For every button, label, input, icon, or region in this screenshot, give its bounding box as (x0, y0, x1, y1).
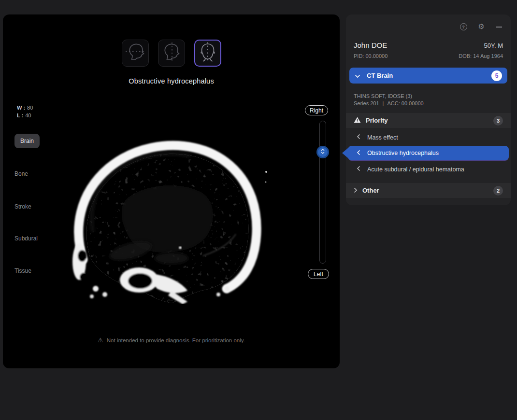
preset-stroke[interactable]: Stroke (14, 203, 31, 210)
other-section-label: Other (362, 187, 379, 194)
finding-item-mass-effect[interactable]: Mass effect (346, 130, 511, 144)
up-down-chevrons-icon (319, 148, 326, 157)
window-level-readout: W :80 L :40 (17, 104, 33, 119)
coronal-view-button[interactable] (194, 40, 221, 67)
other-count-badge: 2 (493, 186, 503, 196)
priority-section-header[interactable]: Priority 3 (346, 113, 511, 128)
orientation-marker-left: Left (308, 269, 329, 279)
axial-view-button[interactable] (122, 40, 149, 67)
slice-slider-track[interactable] (319, 121, 326, 264)
finding-item-obstructive-hydrocephalus[interactable]: Obstructive hydrocephalus (348, 146, 509, 160)
finding-title: Obstructive hydrocephalus (3, 77, 340, 85)
minimize-icon[interactable] (496, 27, 502, 28)
disclaimer-text: Not intended to provide diagnosis. For p… (107, 337, 245, 343)
chevron-left-icon (357, 150, 360, 157)
sagittal-head-icon (160, 41, 183, 65)
ct-brain-image[interactable] (58, 135, 280, 304)
preset-tissue[interactable]: Tissue (14, 267, 31, 274)
study-label: CT Brain (367, 72, 393, 79)
orientation-marker-right: Right (305, 105, 328, 115)
chevron-down-icon (355, 71, 360, 80)
sagittal-view-button[interactable] (158, 40, 185, 67)
series-description: THINS SOFT, IDOSE (3) (354, 93, 424, 100)
series-accession: ACC: 00.00000 (387, 100, 423, 106)
warning-outline-icon: ⚠ (98, 337, 103, 343)
app-window: Obstructive hydrocephalus W :80 L :40 Br… (0, 0, 517, 420)
disclaimer-bar: ⚠ Not intended to provide diagnosis. For… (3, 337, 340, 343)
level-label: L : (17, 112, 23, 118)
orientation-toolbar (3, 40, 340, 67)
slice-slider-handle[interactable] (316, 146, 329, 158)
patient-age-sex: 50Y. M (484, 42, 503, 49)
selected-finding-notch (342, 148, 348, 158)
settings-gear-icon[interactable]: ⚙ (478, 23, 485, 30)
patient-pid: PID: 00.00000 (354, 53, 388, 59)
preset-bone[interactable]: Bone (14, 170, 28, 177)
patient-meta: PID: 00.00000 DOB: 14 Aug 1964 (354, 53, 503, 59)
finding-item-acute-subdural-epidural-hematoma[interactable]: Acute subdural / epidural hematoma (346, 162, 511, 176)
priority-count-badge: 3 (493, 116, 503, 126)
panel-toolbar: ? ⚙ (460, 23, 502, 30)
priority-warning-icon (354, 116, 361, 125)
help-icon[interactable]: ? (460, 23, 467, 30)
coronal-head-icon (197, 41, 219, 65)
preset-subdural[interactable]: Subdural (14, 235, 38, 242)
study-header-ct-brain[interactable]: CT Brain 5 (349, 68, 507, 84)
priority-section-label: Priority (366, 117, 388, 124)
finding-label: Acute subdural / epidural hematoma (367, 166, 464, 173)
preset-brain[interactable]: Brain (14, 134, 40, 148)
patient-header: John DOE 50Y. M (354, 41, 503, 49)
patient-dob: DOB: 14 Aug 1964 (459, 53, 503, 59)
study-count-badge: 5 (491, 70, 502, 81)
chevron-left-icon (357, 166, 360, 173)
series-info: THINS SOFT, IDOSE (3) Series 201|ACC: 00… (354, 93, 424, 107)
series-number: Series 201 (354, 100, 379, 106)
finding-label: Mass effect (367, 134, 398, 141)
series-separator: | (383, 100, 384, 106)
window-value: 80 (27, 105, 33, 111)
finding-label: Obstructive hydrocephalus (367, 150, 439, 156)
other-section-header[interactable]: Other 2 (346, 183, 511, 198)
ct-viewer: Obstructive hydrocephalus W :80 L :40 Br… (3, 14, 340, 368)
patient-name: John DOE (354, 41, 387, 49)
findings-panel: ? ⚙ John DOE 50Y. M PID: 00.00000 DOB: 1… (346, 14, 511, 205)
level-value: 40 (25, 112, 31, 118)
chevron-left-icon (357, 134, 360, 141)
axial-head-icon (124, 41, 146, 65)
window-label: W : (17, 105, 25, 111)
chevron-right-icon (354, 186, 358, 195)
